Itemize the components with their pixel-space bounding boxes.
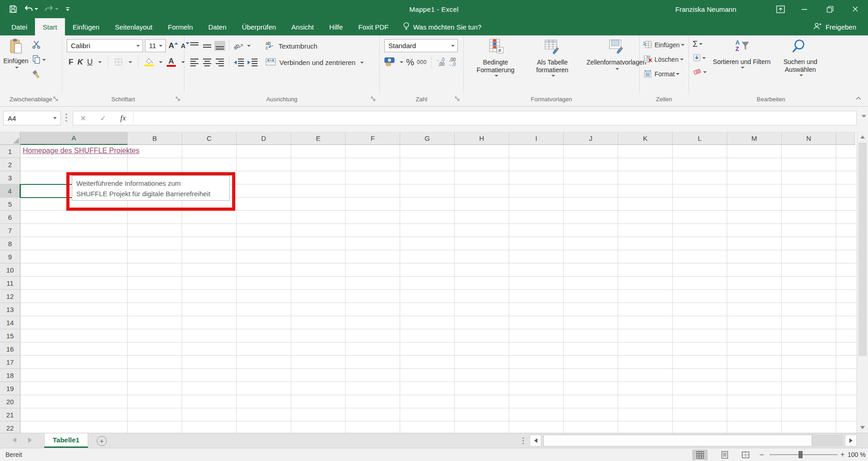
close-button[interactable]	[843, 0, 868, 18]
cancel-icon[interactable]: ✕	[73, 114, 93, 123]
scrollbar-resize-handle[interactable]: •••	[521, 436, 525, 445]
autosum-button[interactable]: Σ	[693, 38, 707, 50]
formula-bar-splitter[interactable]: •••	[64, 113, 69, 123]
tab-datei[interactable]: Datei	[4, 18, 35, 35]
column-header-i[interactable]: I	[509, 132, 564, 145]
align-right-icon[interactable]	[214, 57, 225, 67]
font-dialog-launcher-icon[interactable]	[175, 95, 182, 102]
scroll-left-button[interactable]	[530, 435, 541, 446]
column-header-m[interactable]: M	[727, 132, 782, 145]
insert-function-icon[interactable]: fx	[113, 114, 133, 123]
sort-filter-button[interactable]: AZ Sortieren und Filtern	[713, 38, 771, 69]
tab-formeln[interactable]: Formeln	[160, 18, 201, 35]
align-center-icon[interactable]	[202, 57, 213, 67]
enter-icon[interactable]: ✓	[93, 114, 113, 123]
column-header-b[interactable]: B	[128, 132, 182, 145]
zoom-in-button[interactable]: +	[838, 451, 847, 459]
clipboard-dialog-launcher-icon[interactable]	[53, 95, 60, 102]
name-box[interactable]: A4	[3, 111, 61, 125]
sheet-tab-tabelle1[interactable]: Tabelle1	[44, 433, 88, 448]
row-header-3[interactable]: 3	[0, 171, 20, 184]
merge-center-button[interactable]: Verbinden und zentrieren	[265, 57, 364, 68]
paste-button[interactable]: Einfügen	[3, 38, 29, 91]
conditional-formatting-button[interactable]: ≠ Bedingte Formatierung	[467, 38, 524, 77]
wrap-text-button[interactable]: abc Textumbruch	[265, 41, 317, 51]
fill-color-dropdown[interactable]	[159, 61, 163, 63]
align-bottom-icon[interactable]	[214, 41, 225, 51]
expand-formula-bar-icon[interactable]	[862, 115, 866, 118]
zoom-out-button[interactable]: −	[758, 451, 766, 460]
normal-view-button[interactable]	[692, 450, 708, 460]
zoom-slider-track[interactable]	[769, 454, 838, 455]
column-header-e[interactable]: E	[291, 132, 346, 145]
row-header-22[interactable]: 22	[0, 421, 20, 433]
fill-color-button[interactable]	[144, 58, 154, 66]
tab--berpr-fen[interactable]: Überprüfen	[234, 18, 284, 35]
number-dialog-launcher-icon[interactable]	[455, 95, 461, 102]
row-header-1[interactable]: 1	[0, 145, 20, 158]
row-header-7[interactable]: 7	[0, 224, 20, 237]
column-header-f[interactable]: F	[346, 132, 400, 145]
format-as-table-button[interactable]: Als Tabelle formatieren	[524, 38, 581, 77]
horizontal-scroll-thumb[interactable]	[543, 435, 812, 446]
previous-sheet-icon[interactable]	[13, 437, 16, 443]
row-header-6[interactable]: 6	[0, 211, 20, 224]
column-header-k[interactable]: K	[618, 132, 673, 145]
column-header-h[interactable]: H	[455, 132, 509, 145]
row-header-4[interactable]: 4	[0, 184, 20, 198]
find-select-button[interactable]: Suchen und Auswählen	[773, 38, 828, 76]
decrease-indent-icon[interactable]	[233, 57, 245, 67]
align-top-icon[interactable]	[189, 41, 200, 51]
column-header-a[interactable]: A	[20, 132, 128, 145]
row-header-17[interactable]: 17	[0, 356, 20, 369]
percent-style-button[interactable]: %	[406, 57, 414, 68]
copy-button[interactable]	[32, 54, 46, 66]
column-header-j[interactable]: J	[564, 132, 618, 145]
share-button[interactable]: Freigeben	[813, 18, 856, 35]
row-header-21[interactable]: 21	[0, 408, 20, 421]
underline-button[interactable]: U	[87, 58, 93, 67]
row-header-19[interactable]: 19	[0, 382, 20, 395]
row-header-5[interactable]: 5	[0, 198, 20, 211]
format-cells-button[interactable]: Format	[643, 68, 684, 80]
tab-einf-gen[interactable]: Einfügen	[65, 18, 107, 35]
vertical-scroll-thumb[interactable]	[858, 143, 867, 356]
ribbon-display-options-icon[interactable]	[769, 0, 792, 18]
column-header-partial[interactable]	[836, 132, 855, 145]
next-sheet-icon[interactable]	[28, 437, 32, 443]
tab-ansicht[interactable]: Ansicht	[284, 18, 322, 35]
worksheet-grid[interactable]: ABCDEFGHIJKLMN 1234567891011121314151617…	[0, 132, 857, 433]
vertical-scrollbar[interactable]	[857, 132, 868, 433]
italic-button[interactable]: K	[77, 58, 83, 67]
tab-foxit-pdf[interactable]: Foxit PDF	[351, 18, 397, 35]
increase-decimal-button[interactable]: ←,0,00	[436, 58, 444, 67]
scroll-down-icon[interactable]	[860, 426, 865, 429]
row-header-10[interactable]: 10	[0, 263, 20, 277]
tab-start[interactable]: Start	[35, 18, 65, 35]
borders-icon[interactable]	[114, 57, 123, 68]
align-middle-icon[interactable]	[202, 41, 213, 51]
accounting-format-dropdown[interactable]	[400, 61, 403, 63]
scroll-up-icon[interactable]	[860, 135, 865, 139]
bold-button[interactable]: F	[69, 58, 73, 67]
minimize-button[interactable]	[792, 0, 817, 18]
scroll-right-button[interactable]	[845, 435, 857, 446]
orientation-icon[interactable]: ab	[233, 40, 244, 52]
row-header-13[interactable]: 13	[0, 303, 20, 316]
select-all-corner[interactable]	[0, 132, 20, 145]
column-header-c[interactable]: C	[182, 132, 237, 145]
new-sheet-icon[interactable]: +	[97, 436, 107, 446]
insert-cells-button[interactable]: Einfügen	[643, 39, 684, 51]
sheet-cells-area[interactable]: Homepage des SHUFFLE Projektes Weiterfüh…	[20, 145, 857, 433]
font-size-select[interactable]: 11	[145, 39, 166, 52]
grow-font-button[interactable]: A	[169, 40, 178, 52]
row-header-9[interactable]: 9	[0, 250, 20, 263]
cut-button[interactable]	[32, 39, 46, 51]
row-header-8[interactable]: 8	[0, 237, 20, 250]
column-header-l[interactable]: L	[673, 132, 727, 145]
collapse-ribbon-icon[interactable]	[855, 94, 862, 102]
column-header-g[interactable]: G	[400, 132, 455, 145]
tab-hilfe[interactable]: Hilfe	[322, 18, 351, 35]
row-header-18[interactable]: 18	[0, 369, 20, 382]
row-header-16[interactable]: 16	[0, 342, 20, 356]
